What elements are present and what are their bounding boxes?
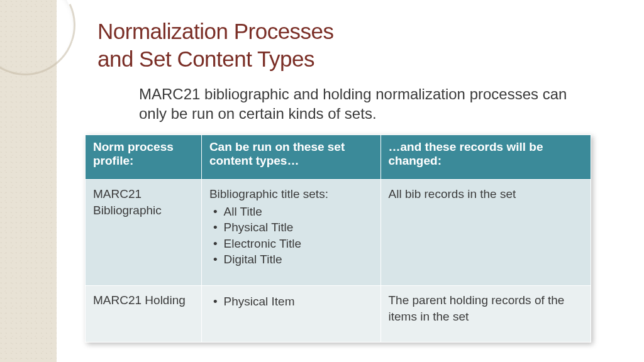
cell-changed: All bib records in the set (380, 179, 591, 285)
cell-set-types: Physical Item (201, 286, 380, 343)
cell-changed: The parent holding records of the items … (380, 286, 591, 343)
set-items-list: Physical Item (213, 293, 373, 310)
list-item: All Title (213, 204, 373, 220)
set-intro: Bibliographic title sets: (209, 187, 328, 200)
slide-content: Normalization Processes and Set Content … (97, 18, 619, 343)
cell-set-types: Bibliographic title sets: All Title Phys… (201, 179, 380, 285)
list-item: Physical Item (213, 293, 373, 310)
title-line-1: Normalization Processes (97, 19, 334, 43)
decorative-left-strip (0, 0, 57, 362)
list-item: Physical Title (213, 219, 373, 236)
set-items-list: All Title Physical Title Electronic Titl… (213, 204, 373, 268)
norm-process-table: Norm process profile: Can be run on thes… (85, 134, 591, 343)
list-item: Digital Title (213, 251, 373, 268)
cell-profile: MARC21 Holding (86, 286, 202, 343)
table-header-changed: …and these records will be changed: (380, 134, 591, 179)
cell-profile: MARC21 Bibliographic (86, 179, 202, 285)
slide-title: Normalization Processes and Set Content … (97, 18, 619, 73)
slide-subtitle: MARC21 bibliographic and holding normali… (139, 84, 579, 123)
table-header-set-types: Can be run on these set content types… (201, 134, 380, 179)
decorative-arc (0, 0, 90, 90)
list-item: Electronic Title (213, 236, 373, 252)
title-line-2: and Set Content Types (97, 47, 314, 71)
table-row: MARC21 Holding Physical Item The parent … (86, 286, 591, 343)
table-row: MARC21 Bibliographic Bibliographic title… (86, 179, 591, 285)
table-header-profile: Norm process profile: (86, 134, 202, 179)
